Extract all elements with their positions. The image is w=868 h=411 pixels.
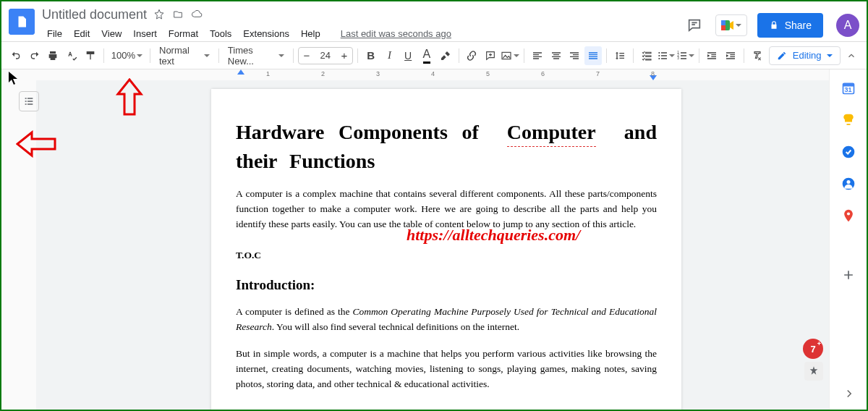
decrease-indent-button[interactable] xyxy=(703,46,720,65)
zoom-value: 100% xyxy=(111,50,135,61)
text: . You will also find several technical d… xyxy=(272,321,519,332)
add-comment-button[interactable] xyxy=(482,46,499,65)
workspace: 1 2 3 4 5 6 7 8 Hardware Components of C… xyxy=(1,69,867,411)
document-page[interactable]: Hardware Components of Computer and thei… xyxy=(211,89,681,411)
menu-tools[interactable]: Tools xyxy=(205,25,237,42)
document-heading-1[interactable]: Hardware Components of Computer and thei… xyxy=(236,118,657,175)
underline-button[interactable]: U xyxy=(399,46,417,65)
numbered-list-button[interactable]: 123 xyxy=(676,46,694,65)
separator xyxy=(524,48,524,63)
left-gutter xyxy=(1,69,36,411)
align-right-button[interactable] xyxy=(566,46,584,65)
separator xyxy=(103,48,104,63)
meet-button[interactable] xyxy=(715,14,747,36)
document-scroll-area[interactable]: 1 2 3 4 5 6 7 8 Hardware Components of C… xyxy=(36,69,829,411)
notification-badge[interactable]: 7 xyxy=(803,339,823,359)
document-paragraph[interactable]: A computer is defined as the Common Oper… xyxy=(236,305,657,335)
menu-bar: File Edit View Insert Format Tools Exten… xyxy=(42,25,684,42)
mouse-cursor-icon xyxy=(8,71,18,85)
title-area: Untitled document File Edit View Insert … xyxy=(42,6,684,42)
document-paragraph[interactable]: But in simple words, a computer is a mac… xyxy=(236,347,657,392)
caret-icon xyxy=(204,54,210,57)
share-button[interactable]: Share xyxy=(757,13,823,38)
ruler-mark: 4 xyxy=(431,70,435,77)
redo-button[interactable] xyxy=(26,46,43,65)
font-size-stepper[interactable]: − 24 + xyxy=(298,47,353,64)
line-spacing-button[interactable] xyxy=(611,46,629,65)
hide-menus-button[interactable] xyxy=(842,46,861,65)
last-edit-status[interactable]: Last edit was seconds ago xyxy=(336,25,456,42)
print-button[interactable] xyxy=(45,46,62,65)
separator xyxy=(218,48,219,63)
side-panel: 31 xyxy=(829,69,867,411)
svg-text:3: 3 xyxy=(677,56,679,60)
ruler-mark: 2 xyxy=(321,70,325,77)
account-avatar[interactable]: A xyxy=(836,14,859,37)
checklist-button[interactable] xyxy=(638,46,655,65)
show-side-panel-button[interactable] xyxy=(841,385,858,402)
paint-format-button[interactable] xyxy=(82,46,99,65)
editing-mode-dropdown[interactable]: Editing xyxy=(769,46,841,65)
insert-image-button[interactable] xyxy=(501,46,519,65)
highlight-button[interactable] xyxy=(437,46,454,65)
align-center-button[interactable] xyxy=(548,46,565,65)
document-toc-label[interactable]: T.O.C xyxy=(236,250,657,261)
cloud-status-icon[interactable] xyxy=(190,8,203,21)
ruler-mark: 8 xyxy=(651,70,655,77)
document-heading-2[interactable]: History of Computers: xyxy=(236,408,657,411)
keep-addon-icon[interactable] xyxy=(840,111,857,129)
undo-button[interactable] xyxy=(7,46,25,65)
move-to-drive-icon[interactable] xyxy=(171,8,184,21)
increase-indent-button[interactable] xyxy=(722,46,739,65)
bold-button[interactable]: B xyxy=(362,46,380,65)
show-outline-button[interactable] xyxy=(19,91,39,111)
menu-file[interactable]: File xyxy=(42,25,67,42)
separator xyxy=(293,48,294,63)
bulleted-list-button[interactable] xyxy=(657,46,675,65)
menu-edit[interactable]: Edit xyxy=(69,25,95,42)
align-justify-button[interactable] xyxy=(584,46,602,65)
svg-rect-1 xyxy=(721,20,726,25)
increase-font-button[interactable]: + xyxy=(336,49,352,62)
italic-button[interactable]: I xyxy=(380,46,398,65)
horizontal-ruler[interactable]: 1 2 3 4 5 6 7 8 xyxy=(36,69,829,80)
caret-icon xyxy=(827,54,833,57)
separator xyxy=(459,48,459,63)
pencil-icon xyxy=(777,51,787,61)
ruler-mark: 3 xyxy=(376,70,380,77)
zoom-dropdown[interactable]: 100% xyxy=(109,50,145,61)
tasks-addon-icon[interactable] xyxy=(840,143,857,161)
calendar-addon-icon[interactable]: 31 xyxy=(840,80,857,97)
get-addons-button[interactable] xyxy=(840,266,857,284)
text-color-button[interactable]: A xyxy=(418,46,435,65)
toolbar: 100% Normal text Times New... − 24 + B I… xyxy=(1,42,867,69)
annotation-arrow-icon xyxy=(115,78,144,117)
docs-logo[interactable] xyxy=(9,9,35,35)
caret-icon xyxy=(278,54,284,57)
menu-help[interactable]: Help xyxy=(296,25,326,42)
styles-dropdown[interactable]: Normal text xyxy=(155,45,214,67)
menu-format[interactable]: Format xyxy=(163,25,203,42)
svg-point-15 xyxy=(846,212,849,215)
contacts-addon-icon[interactable] xyxy=(840,175,857,192)
menu-view[interactable]: View xyxy=(96,25,127,42)
font-size-value[interactable]: 24 xyxy=(315,50,336,61)
insert-link-button[interactable] xyxy=(464,46,481,65)
separator xyxy=(699,48,699,63)
menu-extensions[interactable]: Extensions xyxy=(238,25,294,42)
font-dropdown[interactable]: Times New... xyxy=(224,45,289,67)
explore-button[interactable] xyxy=(804,362,823,381)
star-icon[interactable] xyxy=(153,8,166,21)
document-title[interactable]: Untitled document xyxy=(42,7,147,22)
caret-icon xyxy=(137,54,142,57)
menu-insert[interactable]: Insert xyxy=(128,25,162,42)
spellcheck-button[interactable] xyxy=(63,46,80,65)
document-paragraph[interactable]: A computer is a complex machine that con… xyxy=(236,187,657,232)
text: A computer is defined as the xyxy=(236,306,353,317)
document-heading-2[interactable]: Introduction: xyxy=(236,277,657,293)
maps-addon-icon[interactable] xyxy=(840,207,857,224)
decrease-font-button[interactable]: − xyxy=(299,49,315,62)
align-left-button[interactable] xyxy=(529,46,546,65)
clear-formatting-button[interactable] xyxy=(749,46,766,65)
comment-history-icon[interactable] xyxy=(684,14,705,36)
